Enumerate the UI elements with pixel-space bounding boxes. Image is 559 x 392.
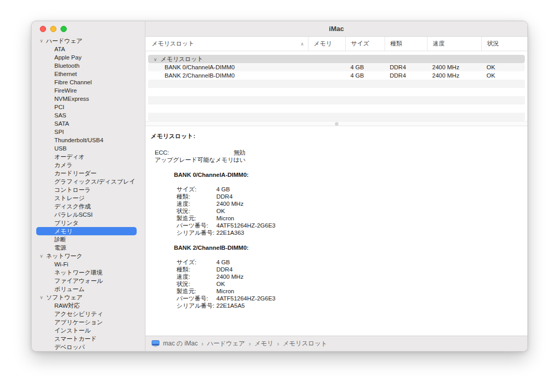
sidebar-item[interactable]: ∨ ボリューム (36, 285, 137, 293)
detail-row: 速度:2400 MHz (145, 273, 527, 280)
close-button[interactable] (40, 26, 46, 32)
detail-row: 状況:OK (145, 280, 527, 288)
table-row[interactable]: BANK 2/ChannelB-DIMM0 4 GB DDR4 2400 MHz… (148, 71, 525, 80)
sidebar-item-label: ネットワーク環境 (54, 269, 102, 276)
detail-row: シリアル番号:22E1A5A5 (145, 302, 527, 309)
sidebar-item[interactable]: ∨ 電源 (36, 244, 137, 252)
sidebar-item[interactable]: ∨ ソフトウェア (36, 293, 137, 301)
sidebar-item[interactable]: ∨ オーディオ (36, 153, 137, 161)
bank-rows: サイズ:4 GB 種類:DDR4 速度:2400 MHz (145, 259, 527, 309)
detail-label: 速度: (176, 273, 216, 280)
sidebar-item[interactable]: ∨ SATA (36, 119, 137, 128)
sidebar-item[interactable]: ∨ カードリーダー (36, 169, 137, 177)
cell-speed: 2400 MHz (427, 71, 481, 80)
sidebar-item[interactable]: ∨ ネットワーク環境 (36, 268, 137, 277)
detail-label: 種類: (176, 193, 216, 200)
sidebar-item[interactable]: ∨ アクセシビリティ (36, 310, 137, 318)
sidebar-item[interactable]: ∨ Thunderbolt/USB4 (36, 136, 137, 144)
detail-value: 2400 MHz (216, 274, 243, 280)
column-header-status[interactable]: 状況 (481, 37, 527, 51)
detail-row: サイズ:4 GB (145, 259, 527, 266)
sidebar-item-label: Apple Pay (54, 54, 81, 61)
detail-value: Micron (216, 215, 234, 221)
sidebar-item[interactable]: ∨ RAW対応 (36, 301, 137, 310)
sidebar-item[interactable]: ∨ PCI (36, 103, 137, 111)
titlebar[interactable]: iMac (145, 21, 527, 37)
sidebar-item[interactable]: ∨ Bluetooth (36, 62, 137, 70)
breadcrumb-separator-icon: › (201, 340, 203, 348)
pane-splitter[interactable] (145, 121, 527, 126)
detail-pane: メモリスロット: ECC:無効 アップグレード可能なメモリ:はい BANK 0/… (145, 126, 527, 336)
detail-row: 製造元:Micron (145, 288, 527, 295)
table-row[interactable]: BANK 0/ChannelA-DIMM0 4 GB DDR4 2400 MHz… (148, 63, 525, 71)
detail-label: パーツ番号: (176, 222, 216, 229)
window-title: iMac (329, 25, 344, 33)
sidebar-item[interactable]: ∨ コントローラ (36, 186, 137, 194)
sidebar-item-label: プリンタ (54, 220, 79, 226)
bank0-section: BANK 0/ChannelA-DIMM0: サイズ:4 GB 種類:DDR4 (145, 171, 527, 236)
sidebar-item[interactable]: ∨ デベロッパ (36, 343, 137, 351)
sidebar-item[interactable]: ∨ SAS (36, 111, 137, 119)
sidebar-item-label: ソフトウェア (46, 294, 83, 300)
column-header-size[interactable]: サイズ (345, 37, 385, 51)
sidebar-list: ∨ ハードウェア ∨ ATA ∨ Apple Pay ∨ (32, 37, 145, 351)
sidebar-item[interactable]: ∨ アプリケーション (36, 318, 137, 326)
detail-value: 22E1A363 (216, 230, 244, 236)
sidebar-item[interactable]: ∨ パラレルSCSI (36, 210, 137, 219)
sidebar-item[interactable]: ∨ Wi-Fi (36, 260, 137, 268)
sidebar-item-label: 診断 (54, 236, 66, 243)
column-header-memory[interactable]: メモリ (308, 37, 345, 51)
zoom-button[interactable] (61, 26, 67, 32)
sidebar-item-label: Wi-Fi (54, 261, 68, 267)
detail-value: DDR4 (216, 193, 232, 200)
sidebar-item-label: ボリューム (54, 286, 85, 292)
sidebar-item-label: USB (54, 145, 67, 152)
sidebar-item-label: メモリ (54, 228, 72, 234)
sidebar-item[interactable]: ∨ Fibre Channel (36, 78, 137, 86)
sidebar-item[interactable]: ∨ Apple Pay (36, 53, 137, 62)
sidebar-item[interactable]: ∨ プリンタ (36, 219, 137, 227)
sidebar-item-label: RAW対応 (54, 303, 80, 309)
sidebar-item-label: アプリケーション (54, 319, 103, 325)
chevron-down-icon: ∨ (152, 55, 159, 64)
sidebar-item[interactable]: ∨ Ethernet (36, 70, 137, 78)
sidebar-item[interactable]: ∨ スマートカード (36, 335, 137, 343)
sidebar-item[interactable]: ∨ FireWire (36, 86, 137, 95)
sidebar-item[interactable]: ∨ グラフィックス/ディスプレイ (36, 177, 137, 186)
column-label: サイズ (351, 40, 369, 48)
sidebar-item[interactable]: ∨ ATA (36, 45, 137, 53)
cell-slot-name: BANK 2/ChannelB-DIMM0 (148, 71, 308, 80)
sidebar-item[interactable]: ∨ USB (36, 144, 137, 153)
sidebar-item[interactable]: ∨ カメラ (36, 161, 137, 169)
table-group-row[interactable]: ∨ メモリスロット (148, 55, 525, 63)
cell-speed: 2400 MHz (427, 63, 481, 71)
breadcrumb-item: メモリ (254, 339, 273, 348)
column-header-memory-slot[interactable]: メモリスロット ∧ (145, 37, 308, 51)
sidebar-item[interactable]: ∨ インストール (36, 326, 137, 335)
sidebar-item[interactable]: ∨ 診断 (36, 235, 137, 244)
detail-value: 4 GB (216, 186, 230, 192)
detail-label: パーツ番号: (176, 295, 216, 302)
path-bar: mac の iMac › ハードウェア › メモリ › メモリスロット › (145, 336, 527, 351)
cell-memory (308, 63, 345, 71)
column-header-speed[interactable]: 速度 (427, 37, 481, 51)
sidebar-item[interactable]: ∨ ハードウェア (36, 37, 137, 45)
detail-value: Micron (216, 288, 234, 294)
sidebar-item[interactable]: ∨ ディスク作成 (36, 202, 137, 210)
sidebar-item[interactable]: ∨ メモリ (36, 227, 137, 235)
sidebar-item-label: Thunderbolt/USB4 (54, 137, 104, 143)
minimize-button[interactable] (50, 26, 56, 32)
detail-value: 4 GB (216, 259, 230, 265)
column-label: 状況 (487, 40, 499, 48)
cell-type: DDR4 (385, 71, 427, 80)
sidebar-item-label: スマートカード (54, 336, 97, 342)
detail-heading: メモリスロット: (145, 132, 527, 140)
detail-row: パーツ番号:4ATF51264HZ-2G6E3 (145, 295, 527, 302)
sidebar-item[interactable]: ∨ SPI (36, 128, 137, 136)
sidebar-item-label: ネットワーク (46, 253, 82, 259)
sidebar-item[interactable]: ∨ NVMExpress (36, 95, 137, 103)
column-header-type[interactable]: 種類 (385, 37, 427, 51)
sidebar-item[interactable]: ∨ ファイアウォール (36, 277, 137, 285)
sidebar-item[interactable]: ∨ ネットワーク (36, 252, 137, 260)
sidebar-item[interactable]: ∨ ストレージ (36, 194, 137, 202)
